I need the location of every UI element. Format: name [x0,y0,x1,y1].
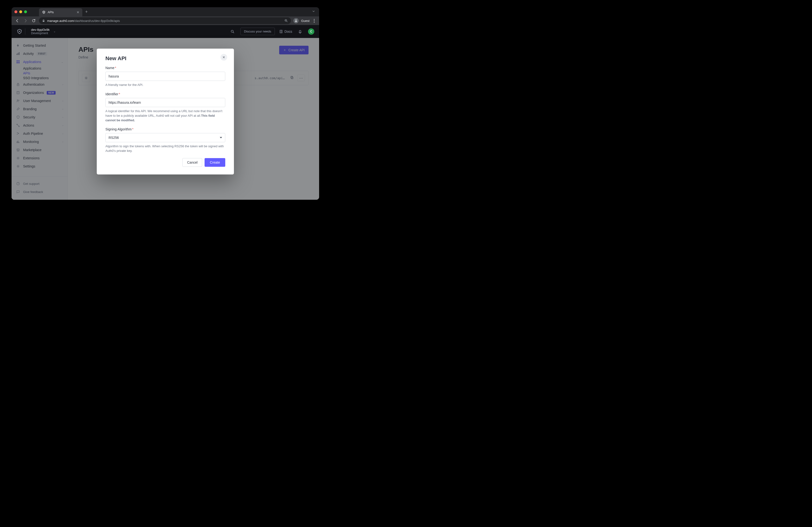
search-icon [230,29,235,34]
browser-tab-close-icon[interactable]: ✕ [76,10,79,14]
svg-point-4 [231,30,233,32]
book-icon [279,30,283,33]
search-button[interactable] [229,28,236,35]
chevron-down-icon[interactable] [312,10,315,13]
browser-reload-button[interactable] [31,18,37,24]
user-avatar[interactable]: C [308,28,314,35]
notifications-button[interactable] [296,28,304,35]
modal-overlay[interactable]: ✕ New API Name* A friendly name for the … [12,38,319,200]
browser-url: manage.auth0.com/dashboard/us/dev-8ppl3x… [47,19,282,23]
window-controls [14,10,27,13]
browser-forward-button[interactable] [23,18,28,24]
app-topbar: dev-8ppl3x9k Development ⌄ Discuss your … [12,25,319,38]
close-icon: ✕ [222,55,225,59]
discuss-needs-button[interactable]: Discuss your needs [241,28,275,35]
auth0-favicon-icon [42,10,46,14]
modal-title: New API [105,55,225,62]
create-button[interactable]: Create [205,158,225,167]
browser-tab-strip: APIs ✕ + [12,7,319,16]
divider [25,28,25,35]
zoom-icon[interactable] [284,19,288,23]
browser-profile-label[interactable]: Guest [301,19,309,23]
name-input[interactable] [105,72,225,81]
identifier-help-text: A logical identifier for this API. We re… [105,109,225,123]
name-field-label: Name* [105,66,225,70]
algorithm-value: RS256 [108,136,119,140]
browser-menu-icon[interactable] [312,19,316,23]
window-close-icon[interactable] [14,10,17,13]
docs-label: Docs [285,30,292,33]
browser-window: APIs ✕ + manage.auth0.com/dashboard/us/d… [12,7,319,200]
window-minimize-icon[interactable] [19,10,22,13]
algorithm-field-label: Signing Algorithm* [105,127,225,131]
browser-tab-title: APIs [48,11,75,14]
new-api-modal: ✕ New API Name* A friendly name for the … [97,49,234,174]
auth0-logo-icon[interactable] [16,28,23,35]
tenant-switcher[interactable]: dev-8ppl3x9k Development [31,28,49,35]
browser-toolbar: manage.auth0.com/dashboard/us/dev-8ppl3x… [12,16,319,25]
browser-tab[interactable]: APIs ✕ [39,8,82,16]
browser-address-bar[interactable]: manage.auth0.com/dashboard/us/dev-8ppl3x… [39,17,291,24]
svg-point-3 [295,19,297,21]
docs-link[interactable]: Docs [279,30,292,33]
new-tab-button[interactable]: + [82,10,91,14]
algorithm-select[interactable]: RS256 [105,133,225,142]
window-zoom-icon[interactable] [24,10,27,13]
lock-icon [42,19,45,23]
cancel-button[interactable]: Cancel [183,158,202,167]
browser-profile-icon[interactable] [293,18,299,23]
name-help-text: A friendly name for the API. [105,83,225,87]
browser-back-button[interactable] [14,18,20,24]
svg-rect-1 [43,20,44,21]
tenant-name: dev-8ppl3x9k [31,28,49,32]
svg-point-0 [43,12,44,13]
app-body: Getting Started Activity FIRST Applicati… [12,38,319,200]
chevron-down-icon[interactable]: ⌄ [54,30,56,33]
algorithm-help-text: Algorithm to sign the tokens with. When … [105,144,225,153]
modal-close-button[interactable]: ✕ [220,54,227,61]
identifier-field-label: Identifier* [105,92,225,96]
tenant-env: Development [31,31,49,35]
caret-down-icon [220,137,222,138]
identifier-input[interactable] [105,98,225,107]
bell-icon [298,29,302,34]
app-viewport: dev-8ppl3x9k Development ⌄ Discuss your … [12,25,319,200]
